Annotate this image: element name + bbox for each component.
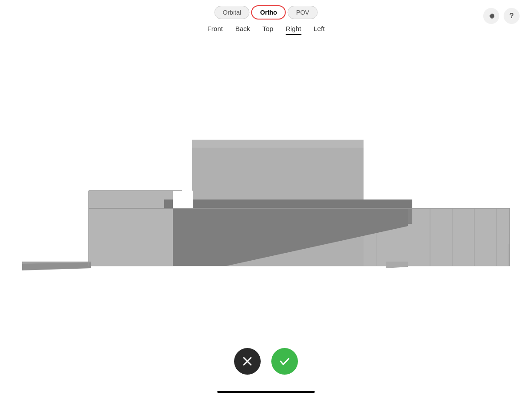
sub-nav-right[interactable]: Right — [286, 25, 301, 35]
sub-view-nav: Front Back Top Right Left — [207, 25, 325, 35]
orbital-mode-button[interactable]: Orbital — [215, 6, 250, 19]
top-right-icons: ? — [483, 8, 520, 24]
svg-rect-22 — [164, 200, 412, 209]
bottom-actions — [234, 348, 298, 375]
ortho-mode-button[interactable]: Ortho — [251, 5, 286, 20]
svg-rect-1 — [408, 208, 510, 266]
gear-icon — [487, 12, 495, 20]
confirm-button[interactable] — [271, 348, 298, 375]
help-icon: ? — [509, 12, 514, 20]
svg-marker-27 — [386, 262, 408, 268]
svg-rect-23 — [173, 191, 193, 208]
building-view — [0, 53, 532, 337]
pov-mode-button[interactable]: POV — [288, 6, 318, 19]
sub-nav-front[interactable]: Front — [207, 25, 223, 35]
building-svg — [22, 71, 510, 319]
settings-button[interactable] — [483, 8, 499, 24]
help-button[interactable]: ? — [504, 8, 520, 24]
svg-marker-26 — [22, 262, 91, 270]
view-mode-toolbar: Orbital Ortho POV — [215, 5, 318, 20]
sub-nav-top[interactable]: Top — [262, 25, 273, 35]
x-icon — [241, 355, 254, 368]
sub-nav-left[interactable]: Left — [313, 25, 325, 35]
check-icon — [278, 355, 291, 368]
sub-nav-back[interactable]: Back — [235, 25, 250, 35]
svg-rect-20 — [192, 140, 364, 148]
cancel-button[interactable] — [234, 348, 261, 375]
home-indicator — [217, 391, 315, 393]
